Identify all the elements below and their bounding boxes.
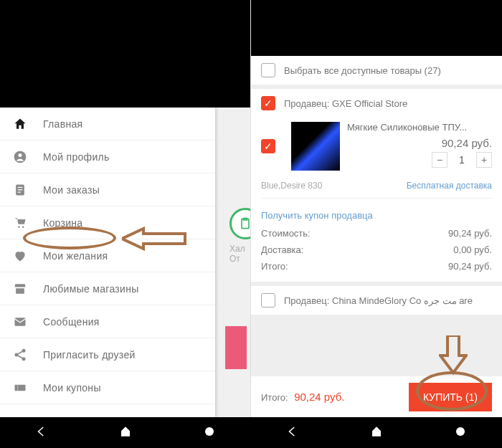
menu-item-home[interactable]: Главная	[0, 108, 215, 140]
item-price: 90,24 руб.	[347, 137, 492, 149]
heart-icon	[11, 249, 29, 263]
svg-rect-9	[15, 318, 26, 326]
sum-ship-label: Доставка:	[261, 244, 303, 255]
video-area-left	[0, 0, 250, 108]
seller-2-row[interactable]: Продавец: China MindeGlory Co مت جره are	[251, 286, 502, 315]
quantity-stepper: − 1 +	[347, 152, 492, 168]
variant-label: Blue,Desire 830	[261, 181, 322, 191]
svg-rect-5	[18, 189, 23, 190]
item-thumbnail[interactable]	[291, 122, 340, 171]
checkbox-item-1[interactable]: ✓	[261, 139, 275, 153]
back-icon[interactable]	[286, 425, 299, 441]
svg-point-10	[22, 348, 26, 352]
checkbox-seller-2[interactable]	[261, 293, 275, 308]
menu-item-orders[interactable]: Мои заказы	[0, 173, 215, 206]
footer-total-value: 90,24 руб.	[294, 391, 344, 403]
qty-value: 1	[447, 154, 476, 166]
menu-label: Главная	[43, 118, 82, 130]
android-navbar	[0, 417, 502, 448]
menu-label: Сообщения	[43, 316, 100, 328]
nav-drawer: Главная Мой профиль Мои заказы Корзина М…	[0, 108, 215, 417]
menu-label: Мои купоны	[43, 382, 101, 394]
select-all-row[interactable]: Выбрать все доступные товары (27)	[251, 56, 502, 85]
menu-item-wishlist[interactable]: Мои желания	[0, 239, 215, 272]
menu-label: Мой профиль	[43, 151, 110, 163]
video-area-right	[251, 0, 502, 56]
sum-total-val: 90,24 руб.	[448, 261, 492, 272]
seller-1-label: Продавец: GXE Official Store	[284, 98, 407, 109]
buy-bar: Итого: 90,24 руб. КУПИТЬ (1)	[251, 376, 502, 417]
sum-cost-val: 90,24 руб.	[448, 228, 492, 239]
person-icon	[11, 150, 29, 164]
buy-button[interactable]: КУПИТЬ (1)	[409, 383, 492, 411]
home-icon	[11, 117, 29, 131]
menu-label: Корзина	[43, 217, 82, 229]
menu-item-profile[interactable]: Мой профиль	[0, 140, 215, 173]
cart-icon	[11, 216, 29, 230]
menu-label: Пригласить друзей	[43, 349, 136, 361]
svg-point-14	[205, 427, 214, 436]
sum-total-label: Итого:	[261, 261, 288, 272]
store-icon	[11, 282, 29, 296]
svg-point-15	[456, 427, 465, 436]
recents-icon[interactable]	[203, 425, 216, 441]
svg-point-8	[22, 226, 24, 228]
home-nav-icon[interactable]	[119, 425, 132, 441]
recents-icon[interactable]	[454, 425, 467, 441]
menu-item-coupons[interactable]: Мои купоны	[0, 371, 215, 404]
footer-total-label: Итого:	[261, 392, 288, 403]
qty-minus-button[interactable]: −	[432, 152, 447, 168]
sum-ship-val: 0,00 руб.	[453, 244, 492, 255]
svg-point-7	[18, 226, 19, 228]
back-icon[interactable]	[35, 425, 48, 441]
mail-icon	[11, 315, 29, 329]
menu-item-messages[interactable]: Сообщения	[0, 305, 215, 338]
home-nav-icon[interactable]	[370, 425, 383, 441]
menu-item-fav-stores[interactable]: Любимые магазины	[0, 272, 215, 305]
checkbox-select-all[interactable]	[261, 63, 275, 77]
coupon-icon	[11, 381, 29, 395]
checkbox-seller-1[interactable]: ✓	[261, 96, 275, 110]
sum-cost-label: Стоимость:	[261, 228, 311, 239]
svg-rect-4	[18, 186, 23, 187]
svg-point-11	[15, 353, 19, 356]
get-coupon-link[interactable]: Получить купон продавца	[261, 206, 492, 225]
svg-rect-13	[15, 384, 26, 390]
item-title[interactable]: Мягкие Силиконовые ТПУ...	[347, 122, 492, 133]
seller-1-card: ✓ Продавец: GXE Official Store ✓ Мягкие …	[251, 89, 502, 282]
menu-label: Мои желания	[43, 250, 108, 262]
free-shipping-link[interactable]: Бесплатная доставка	[407, 181, 492, 191]
peek-text: ХалОт	[229, 244, 245, 264]
svg-point-12	[22, 357, 26, 361]
menu-label: Мои заказы	[43, 184, 100, 196]
clipboard-icon	[11, 183, 29, 197]
select-all-label: Выбрать все доступные товары (27)	[284, 65, 441, 76]
menu-item-invite[interactable]: Пригласить друзей	[0, 338, 215, 371]
seller-2-label: Продавец: China MindeGlory Co مت جره are	[284, 295, 473, 306]
menu-item-cart[interactable]: Корзина	[0, 206, 215, 239]
svg-rect-6	[18, 191, 21, 192]
qty-plus-button[interactable]: +	[476, 152, 492, 168]
svg-point-2	[19, 153, 22, 157]
peek-pink-edge	[225, 326, 247, 369]
share-icon	[11, 348, 29, 362]
menu-label: Любимые магазины	[43, 283, 139, 295]
